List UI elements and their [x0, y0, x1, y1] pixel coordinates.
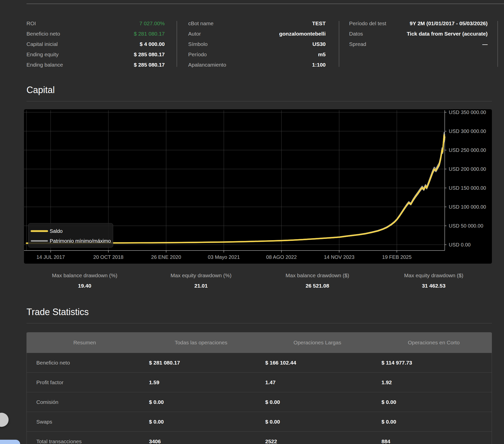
- y-axis-label: USD 200 000.00: [449, 166, 486, 172]
- y-axis-label: USD 250 000.00: [449, 147, 486, 153]
- x-axis-label: 14 JUL 2017: [36, 254, 65, 260]
- summary-value: $ 285 080.17: [134, 62, 165, 68]
- drawdown-stats-row: Max balance drawdown (%)19.40Max equity …: [26, 272, 492, 289]
- summary-value: 1:100: [312, 62, 326, 68]
- capital-chart-svg: USD 350 000.00USD 300 000.00USD 250 000.…: [24, 109, 492, 264]
- summary-row: Capital inicial$ 4 000.00: [26, 39, 165, 49]
- summary-key: Capital inicial: [26, 41, 58, 47]
- table-row: Profit factor1.591.471.92: [27, 373, 492, 392]
- summary-key: cBot name: [188, 20, 213, 26]
- summary-value: 7 027.00%: [139, 20, 165, 26]
- drawdown-value: 31 462.53: [376, 283, 492, 289]
- table-row-label: Beneficio neto: [27, 360, 143, 366]
- drawdown-value: 19.40: [26, 283, 143, 289]
- summary-row: Apalancamiento1:100: [188, 60, 326, 70]
- table-row-label: Swaps: [27, 419, 143, 425]
- summary-row: SímboloUS30: [188, 39, 326, 49]
- summary-value: gonzalomontebelli: [279, 31, 326, 37]
- summary-value: $ 285 080.17: [134, 51, 165, 58]
- backtest-report-page: ROI7 027.00%Beneficio neto$ 281 080.17Ca…: [0, 0, 504, 444]
- summary-key: Ending equity: [26, 51, 59, 58]
- table-row-label: Profit factor: [27, 379, 143, 385]
- table-cell-value: 2522: [259, 438, 376, 444]
- y-axis-label: USD 350 000.00: [449, 109, 486, 115]
- summary-row: cBot nameTEST: [188, 18, 326, 29]
- y-axis-label: USD 300 000.00: [449, 128, 486, 134]
- trade-statistics-table: ResumenTodas las operacionesOperaciones …: [26, 332, 492, 444]
- chart-legend-box: [28, 223, 113, 247]
- floating-widget-button[interactable]: [0, 413, 9, 427]
- summary-row: Períodom5: [188, 49, 326, 60]
- summary-value: $ 4 000.00: [140, 41, 165, 47]
- table-cell-value: $ 166 102.44: [259, 360, 376, 366]
- drawdown-label: Max equity drawdown ($): [376, 272, 492, 279]
- drawdown-stat: Max balance drawdown (%)19.40: [26, 272, 143, 289]
- drawdown-label: Max balance drawdown (%): [26, 272, 143, 279]
- summary-value: 9Y 2M (01/01/2017 - 05/03/2026): [410, 20, 488, 26]
- table-column-header: Operaciones en Corto: [376, 340, 492, 346]
- legend-saldo-label: Saldo: [50, 228, 63, 234]
- table-cell-value: $ 0.00: [143, 419, 259, 425]
- table-row: Beneficio neto$ 281 080.17$ 166 102.44$ …: [27, 353, 492, 373]
- table-row-label: Comisión: [27, 399, 143, 405]
- table-cell-value: $ 0.00: [259, 419, 376, 425]
- drawdown-stat: Max equity drawdown ($)31 462.53: [376, 272, 492, 289]
- table-row: Total transacciones34062522884: [27, 432, 492, 444]
- summary-divider: [339, 21, 339, 67]
- summary-value: —: [482, 41, 488, 47]
- capital-section-title: Capital: [26, 85, 55, 95]
- summary-row: Autorgonzalomontebelli: [188, 29, 326, 39]
- summary-row: Beneficio neto$ 281 080.17: [26, 29, 165, 39]
- table-cell-value: $ 0.00: [143, 399, 259, 405]
- summary-key: Datos: [349, 31, 363, 37]
- summary-row: ROI7 027.00%: [26, 18, 165, 29]
- drawdown-label: Max equity drawdown (%): [143, 272, 259, 279]
- table-cell-value: $ 281 080.17: [143, 360, 259, 366]
- summary-key: Período del test: [349, 20, 386, 26]
- capital-equity-chart: USD 350 000.00USD 300 000.00USD 250 000.…: [24, 109, 492, 264]
- table-cell-value: 1.59: [143, 379, 259, 385]
- summary-key: Autor: [188, 31, 201, 37]
- table-cell-value: 1.92: [375, 379, 492, 385]
- x-axis-label: 14 NOV 2023: [324, 254, 354, 260]
- summary-row: Período del test9Y 2M (01/01/2017 - 05/0…: [349, 18, 488, 29]
- summary-value: TEST: [312, 20, 326, 26]
- summary-value: m5: [318, 51, 326, 58]
- table-cell-value: 1.47: [259, 379, 376, 385]
- chat-widget-button[interactable]: [0, 440, 20, 444]
- trade-statistics-body: Beneficio neto$ 281 080.17$ 166 102.44$ …: [27, 353, 492, 444]
- summary-value: US30: [312, 41, 326, 47]
- legend-equity-label: Patrimonio mínimo/máximo: [50, 238, 111, 244]
- summary-row: Ending equity$ 285 080.17: [26, 49, 165, 60]
- table-row: Swaps$ 0.00$ 0.00$ 0.00: [27, 412, 492, 432]
- section-divider: [26, 323, 492, 323]
- table-column-header: Todas las operaciones: [143, 340, 259, 346]
- summary-divider: [177, 21, 177, 67]
- summary-divider: [497, 21, 498, 67]
- table-cell-value: $ 0.00: [375, 419, 492, 425]
- summary-key: Beneficio neto: [26, 31, 60, 37]
- summary-column-bot: cBot nameTESTAutorgonzalomontebelliSímbo…: [188, 18, 326, 70]
- x-axis-label: 08 AGO 2022: [266, 254, 297, 260]
- x-axis-label: 26 ENE 2020: [151, 254, 181, 260]
- summary-key: Spread: [349, 41, 366, 47]
- drawdown-stat: Max equity drawdown (%)21.01: [143, 272, 259, 289]
- section-divider: [26, 101, 492, 101]
- summary-key: Ending balance: [26, 62, 63, 68]
- summary-column-results: ROI7 027.00%Beneficio neto$ 281 080.17Ca…: [26, 18, 165, 70]
- summary-row: Ending balance$ 285 080.17: [26, 60, 165, 70]
- table-cell-value: $ 0.00: [259, 399, 376, 405]
- table-column-header: Resumen: [26, 340, 143, 346]
- summary-row: Spread—: [349, 39, 488, 49]
- y-axis-label: USD 100 000.00: [449, 204, 486, 210]
- summary-value: Tick data from Server (accurate): [407, 31, 488, 37]
- table-cell-value: 3406: [143, 438, 259, 444]
- table-cell-value: $ 114 977.73: [375, 360, 492, 366]
- trade-statistics-title: Trade Statistics: [26, 307, 89, 317]
- summary-key: Apalancamiento: [188, 62, 226, 68]
- table-column-header: Operaciones Largas: [259, 340, 376, 346]
- summary-value: $ 281 080.17: [134, 31, 165, 37]
- summary-key: ROI: [26, 20, 36, 26]
- drawdown-value: 21.01: [143, 283, 259, 289]
- table-cell-value: 884: [375, 438, 492, 444]
